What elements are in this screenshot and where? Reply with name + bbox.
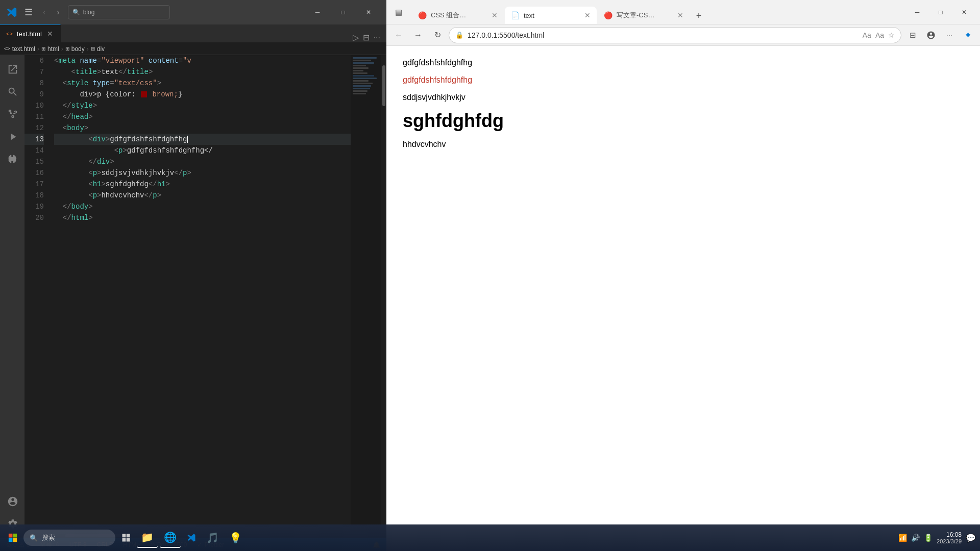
browser-toolbar: ← → ↻ 🔒 127.0.0.1:5500/text.html Aa Aa ☆… [386,24,980,46]
svg-rect-6 [122,538,126,542]
webpage-line3: sddjsvjvdhkjhvkjv [403,93,964,102]
vertical-scrollbar[interactable] [381,55,386,533]
account-icon[interactable] [2,491,22,512]
explorer-icon[interactable] [2,59,22,80]
run-debug-icon[interactable] [2,127,22,147]
code-line-12: <body> [54,122,351,134]
code-line-15: </div> [54,156,351,167]
clock-date: 2023/3/29 [937,538,962,544]
hamburger-menu-icon[interactable]: ☰ [22,5,35,20]
back-button[interactable]: ‹ [40,6,48,19]
taskbar-search-icon: 🔍 [30,534,38,542]
minimize-button[interactable]: ─ [306,5,329,20]
breadcrumb: <> text.html › ⊞ html › ⊞ body › ⊞ div [0,43,386,55]
maximize-button[interactable]: □ [331,5,355,20]
code-editor[interactable]: 6 7 8 9 10 11 12 13 14 15 16 17 18 19 [24,55,386,538]
tab-favicon-write: 🔴 [604,11,612,19]
code-line-9: div>p {color: brown;} [54,89,351,100]
code-line-16: <p>sddjsvjvdhkjhvkjv</p> [54,167,351,179]
browser-tab-write[interactable]: 🔴 写文章-CS… ✕ [598,7,690,24]
taskbar-system-tray: 📶 🔊 🔋 16:08 2023/3/29 💬 [898,531,976,544]
webpage-content: gdfgfdshfshfdghfhg gdfgfdshfshfdghfhg sd… [386,46,980,551]
back-nav-button[interactable]: ← [390,27,407,43]
browser-tab-css[interactable]: 🔴 CSS 组合… ✕ [412,7,504,24]
browser-maximize-button[interactable]: □ [929,5,952,20]
element-icon3: ⊞ [91,46,95,52]
scrollbar-thumb[interactable] [382,65,385,106]
tab-close-button[interactable]: ✕ [46,30,54,38]
taskbar: 🔍 搜索 📁 🌐 🎵 💡 📶 🔊 🔋 16:08 2023/3/29 💬 [0,524,980,551]
browser-minimize-button[interactable]: ─ [905,5,929,20]
taskbar-app1[interactable]: 🎵 [202,528,223,548]
breadcrumb-body[interactable]: ⊞ body [65,45,85,53]
editor-tab-text-html[interactable]: <> text.html ✕ [0,24,61,42]
forward-nav-button[interactable]: → [410,27,426,43]
color-swatch-brown [141,91,147,97]
code-line-13: <div>gdfgfdshfshfdghfhg [54,134,351,145]
browser-titlebar: ▤ 🔴 CSS 组合… ✕ 📄 text ✕ 🔴 写文章-CS… ✕ + [386,0,980,24]
taskbar-app2[interactable]: 💡 [225,528,246,548]
code-lines: <meta name="viewport" content="v <title>… [50,55,351,533]
browser-close-button[interactable]: ✕ [952,5,976,20]
svg-rect-5 [127,534,130,538]
taskbar-search-bar[interactable]: 🔍 搜索 [23,530,115,546]
sidebar-toggle-button[interactable]: ▤ [390,4,407,20]
taskbar-edge[interactable]: 🌐 [160,528,181,548]
code-line-6: <meta name="viewport" content="v [54,55,351,66]
taskbar-vscode[interactable] [183,528,200,548]
code-line-11: </head> [54,111,351,122]
tab-favicon-css: 🔴 [418,11,427,19]
split-editor-icon[interactable]: ⊟ [363,33,370,42]
network-icon[interactable]: 📶 [898,534,907,542]
code-line-8: <style type="text/css"> [54,78,351,89]
system-clock[interactable]: 16:08 2023/3/29 [937,531,962,544]
source-control-icon[interactable] [2,104,22,124]
browser-profile-button[interactable] [923,27,939,43]
browser-window: ▤ 🔴 CSS 组合… ✕ 📄 text ✕ 🔴 写文章-CS… ✕ + [386,0,980,551]
browser-tab-text[interactable]: 📄 text ✕ [505,7,597,24]
tab-label-text: text [524,12,580,19]
webpage-line1: gdfgfdshfshfdghfhg [403,58,964,67]
address-bar[interactable]: 🔒 127.0.0.1:5500/text.html Aa Aa ☆ [449,27,901,43]
tab-close-write[interactable]: ✕ [677,11,683,19]
browser-split-view[interactable]: ⊟ [904,27,921,43]
sound-icon[interactable]: 🔊 [911,534,920,542]
taskbar-file-explorer[interactable]: 📁 [137,528,158,548]
reader-mode-icon: Aa [863,31,871,39]
start-button[interactable] [4,528,21,548]
window-actions: ─ □ ✕ [306,5,380,20]
favorites-icon[interactable]: ☆ [888,31,895,39]
webpage-heading: sghfdghfdg [403,110,964,132]
extensions-icon[interactable] [2,149,22,169]
browser-toolbar-actions: ⊟ ··· ✦ [904,27,976,43]
svg-rect-0 [9,534,13,538]
forward-button[interactable]: › [54,6,62,19]
browser-more-button[interactable]: ··· [941,27,958,43]
tab-label-write: 写文章-CS… [617,11,673,20]
svg-rect-3 [13,538,17,542]
run-icon[interactable]: ▷ [353,33,359,42]
search-icon[interactable] [2,82,22,102]
breadcrumb-html[interactable]: ⊞ html [41,45,59,53]
search-icon: 🔍 [72,9,80,16]
breadcrumb-div[interactable]: ⊞ div [91,45,105,53]
system-icons: 📶 🔊 🔋 [898,534,933,542]
more-actions-icon[interactable]: ··· [374,33,380,42]
code-line-10: </style> [54,100,351,111]
tab-close-css[interactable]: ✕ [492,11,498,19]
svg-rect-1 [13,534,17,538]
new-tab-button[interactable]: + [691,8,707,24]
vscode-titlebar: ☰ ‹ › 🔍 blog ─ □ ✕ [0,0,386,24]
notification-button[interactable]: 💬 [966,533,976,543]
battery-icon[interactable]: 🔋 [924,534,933,542]
breadcrumb-file[interactable]: <> text.html [4,45,35,53]
tab-close-text[interactable]: ✕ [584,11,591,19]
close-button[interactable]: ✕ [357,5,380,20]
browser-tabbar: 🔴 CSS 组合… ✕ 📄 text ✕ 🔴 写文章-CS… ✕ + [410,0,902,24]
bing-copilot-button[interactable]: ✦ [960,27,976,43]
task-view-button[interactable] [117,528,135,548]
command-search-bar[interactable]: 🔍 blog [68,5,170,19]
vscode-logo-icon [6,7,17,18]
refresh-button[interactable]: ↻ [429,27,446,43]
tab-favicon-text: 📄 [511,11,520,19]
